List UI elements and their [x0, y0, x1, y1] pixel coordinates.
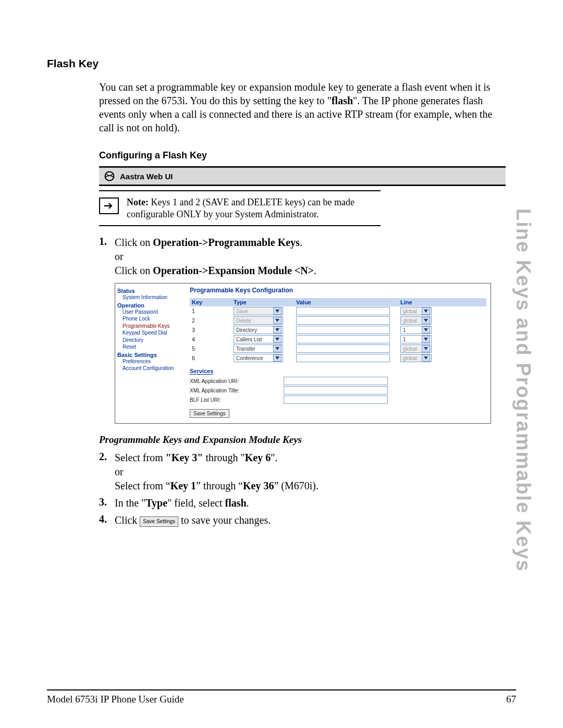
- step-4-a: Click: [115, 514, 140, 526]
- col-head-line: Line: [400, 299, 442, 305]
- section-heading: Flash Key: [47, 57, 516, 70]
- globe-icon: [104, 171, 115, 181]
- steps-list: 1. Click on Operation->Programmable Keys…: [99, 236, 506, 278]
- step-2: 2. Select from "Key 3" through "Key 6". …: [99, 451, 506, 493]
- step-2-a: Select from: [115, 452, 166, 463]
- type-select-2: Delete: [234, 316, 283, 325]
- webui-row-6: 6Conferenceglobal: [190, 353, 486, 363]
- nav-programmable-keys[interactable]: Programmable Keys: [123, 323, 183, 330]
- row-key: 5: [192, 346, 234, 352]
- value-input-3[interactable]: [296, 326, 390, 334]
- note-block: Note: Keys 1 and 2 (SAVE and DELETE keys…: [99, 190, 381, 220]
- chevron-down-icon: [273, 336, 282, 343]
- type-select-3[interactable]: Directory: [234, 326, 283, 334]
- chevron-down-icon: [422, 336, 430, 343]
- step-3: 3. In the "Type" field, select flash.: [99, 496, 506, 510]
- nav-head-status[interactable]: Status: [117, 288, 183, 294]
- step-2-bold-1: "Key 3": [166, 452, 203, 463]
- webui-heading-bar: Aastra Web UI: [99, 166, 506, 186]
- row-key: 6: [192, 355, 234, 361]
- footer-left: Model 6753i IP Phone User Guide: [47, 694, 184, 705]
- step-1-or: or: [115, 251, 124, 262]
- nav-user-password[interactable]: User Password: [123, 309, 183, 316]
- webui-row-4: 4Callers List1: [190, 335, 486, 344]
- line-select-5: global: [400, 344, 432, 353]
- footer-right: 67: [506, 694, 516, 705]
- chevron-down-icon: [422, 354, 430, 362]
- save-settings-button[interactable]: Save Settings: [190, 409, 229, 418]
- step-1-text-a: Click on: [115, 237, 153, 248]
- note-label: Note:: [127, 197, 149, 207]
- webui-nav: Status System Information Operation User…: [115, 283, 186, 423]
- line-select-6: global: [400, 354, 432, 362]
- nav-head-basic-settings[interactable]: Basic Settings: [117, 352, 183, 358]
- footer-rule: [47, 689, 516, 690]
- nav-reset[interactable]: Reset: [123, 343, 183, 351]
- service-input-xml-title[interactable]: [284, 386, 388, 394]
- step-1-bold-1: Operation->Programmable Keys: [153, 237, 300, 248]
- nav-keypad-speed-dial[interactable]: Keypad Speed Dial: [123, 329, 183, 337]
- webui-rows: 1Saveglobal2Deleteglobal3Directory14Call…: [190, 306, 486, 363]
- side-tab-label: Line Keys and Programmable Keys: [512, 208, 534, 572]
- subsection-heading: Configuring a Flash Key: [99, 150, 516, 161]
- intro-bold-flash: flash: [332, 95, 353, 106]
- line-select-4[interactable]: 1: [400, 335, 432, 343]
- intro-paragraph: You can set a programmable key or expans…: [99, 80, 500, 134]
- col-head-key: Key: [192, 299, 234, 305]
- line-select-1: global: [400, 307, 432, 315]
- col-head-type: Type: [234, 299, 296, 305]
- line-select-3[interactable]: 1: [400, 326, 432, 334]
- nav-directory[interactable]: Directory: [123, 337, 183, 344]
- note-arrow-icon: [99, 198, 119, 214]
- chevron-down-icon: [422, 326, 430, 334]
- service-input-blf-uri[interactable]: [284, 396, 388, 404]
- value-input-4[interactable]: [296, 335, 390, 343]
- value-input-2[interactable]: [296, 316, 390, 325]
- nav-system-information[interactable]: System Information: [123, 294, 183, 301]
- service-row-xml-uri: XML Application URI:: [190, 377, 486, 385]
- page: Line Keys and Programmable Keys Flash Ke…: [0, 0, 563, 728]
- step-1-text-b2: .: [314, 265, 316, 276]
- step-3-a2: .: [247, 497, 249, 509]
- webui-row-1: 1Saveglobal: [190, 306, 486, 316]
- type-select-1: Save: [234, 307, 283, 315]
- chevron-down-icon: [273, 354, 282, 362]
- type-select-4[interactable]: Callers List: [234, 335, 283, 343]
- note-body: Keys 1 and 2 (SAVE and DELETE keys) can …: [127, 197, 354, 219]
- note-bottom-rule: [99, 225, 381, 226]
- nav-phone-lock[interactable]: Phone Lock: [123, 315, 183, 323]
- step-2-bmid: ” through “: [196, 480, 243, 491]
- row-key: 4: [192, 336, 234, 342]
- services-heading: Services: [190, 368, 213, 375]
- step-1-num: 1.: [99, 236, 115, 278]
- type-select-6[interactable]: Conference: [234, 354, 283, 362]
- nav-preferences[interactable]: Preferences: [123, 358, 183, 365]
- nav-head-operation[interactable]: Operation: [117, 302, 183, 309]
- inline-save-settings-button[interactable]: Save Settings: [140, 516, 178, 527]
- value-input-5[interactable]: [296, 344, 390, 353]
- chevron-down-icon: [422, 317, 430, 324]
- step-2-a2: ".: [271, 452, 277, 463]
- step-1-text-a2: .: [300, 237, 302, 248]
- step-2-bold-2: Key 6: [245, 452, 271, 463]
- type-select-5[interactable]: Transfer: [234, 344, 283, 353]
- chevron-down-icon: [422, 345, 430, 352]
- italic-subheading: Programmable Keys and Expansion Module K…: [99, 434, 516, 446]
- step-4: 4. Click Save Settings to save your chan…: [99, 513, 506, 527]
- step-4-num: 4.: [99, 513, 115, 527]
- chevron-down-icon: [273, 317, 282, 324]
- row-key: 3: [192, 327, 234, 333]
- value-input-1[interactable]: [296, 307, 390, 315]
- chevron-down-icon: [273, 307, 282, 315]
- embedded-webui: Status System Information Operation User…: [115, 283, 491, 424]
- service-row-blf-uri: BLF List URI:: [190, 396, 486, 404]
- service-input-xml-uri[interactable]: [284, 377, 388, 385]
- step-1: 1. Click on Operation->Programmable Keys…: [99, 236, 506, 278]
- step-3-mid: " field, select: [167, 497, 225, 509]
- step-2-bold-4: Key 36: [243, 480, 274, 491]
- step-3-bold-2: flash: [225, 497, 246, 509]
- row-key: 2: [192, 317, 234, 324]
- step-2-b2: ” (M670i).: [274, 480, 319, 491]
- nav-account-configuration[interactable]: Account Configuration: [123, 365, 183, 372]
- value-input-6[interactable]: [296, 354, 390, 362]
